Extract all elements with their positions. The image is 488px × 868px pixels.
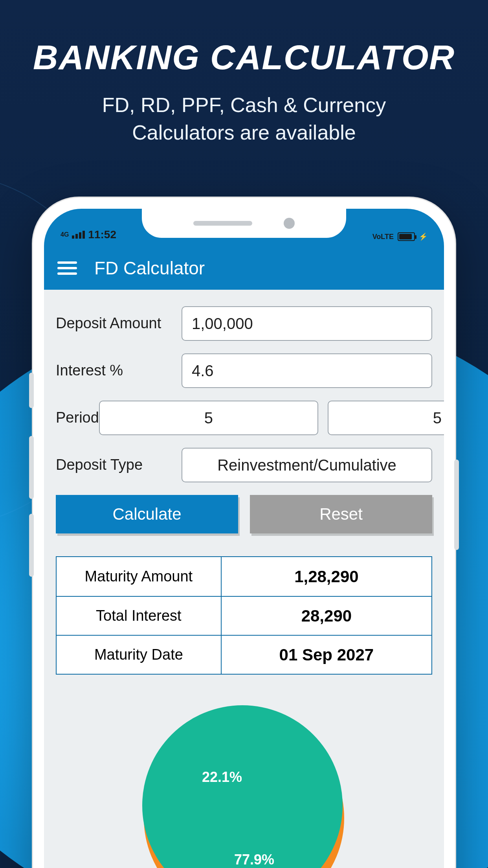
- screen-title: FD Calculator: [94, 257, 205, 279]
- period-months-input[interactable]: [328, 401, 444, 435]
- pie-chart: 22.1% 77.9%: [144, 718, 344, 868]
- pie-interest-label: 22.1%: [202, 769, 242, 785]
- total-interest-value: 28,290: [222, 607, 431, 625]
- total-interest-label: Total Interest: [57, 597, 222, 635]
- phone-frame: 4G 11:52 VoLTE ⚡ FD Calculator Deposit A…: [32, 197, 456, 868]
- table-row: Maturity Amount 1,28,290: [57, 557, 431, 596]
- promo-title: BANKING CALCULATOR: [0, 37, 488, 77]
- deposit-amount-label: Deposit Amount: [56, 314, 182, 333]
- status-time: 11:52: [88, 228, 116, 241]
- results-table: Maturity Amount 1,28,290 Total Interest …: [56, 556, 432, 675]
- menu-icon[interactable]: [57, 261, 77, 275]
- reset-button[interactable]: Reset: [250, 495, 432, 533]
- phone-side-button: [454, 460, 459, 550]
- phone-side-button: [29, 373, 34, 408]
- deposit-type-label: Deposit Type: [56, 456, 182, 474]
- charging-icon: ⚡: [419, 232, 427, 241]
- phone-side-button: [29, 514, 34, 577]
- interest-label: Interest %: [56, 362, 182, 380]
- deposit-type-select[interactable]: Reinvestment/Cumulative: [182, 448, 432, 482]
- maturity-date-label: Maturity Date: [57, 636, 222, 674]
- deposit-amount-input[interactable]: [182, 306, 432, 341]
- promo-subtitle: FD, RD, PPF, Cash & Currency Calculators…: [0, 91, 488, 146]
- battery-icon: [398, 232, 415, 241]
- pie-slice-interest: [142, 705, 343, 868]
- phone-notch: [142, 209, 346, 238]
- app-bar: FD Calculator: [44, 246, 444, 290]
- interest-input[interactable]: [182, 353, 432, 388]
- maturity-amount-label: Maturity Amount: [57, 557, 222, 596]
- maturity-date-value: 01 Sep 2027: [222, 645, 431, 664]
- period-years-input[interactable]: [99, 401, 318, 435]
- maturity-amount-value: 1,28,290: [222, 567, 431, 586]
- calculate-button[interactable]: Calculate: [56, 495, 238, 533]
- phone-side-button: [29, 436, 34, 499]
- period-label: Period: [56, 409, 99, 427]
- table-row: Total Interest 28,290: [57, 596, 431, 635]
- signal-icon: [72, 231, 85, 239]
- table-row: Maturity Date 01 Sep 2027: [57, 635, 431, 674]
- pie-principal-label: 77.9%: [234, 851, 274, 868]
